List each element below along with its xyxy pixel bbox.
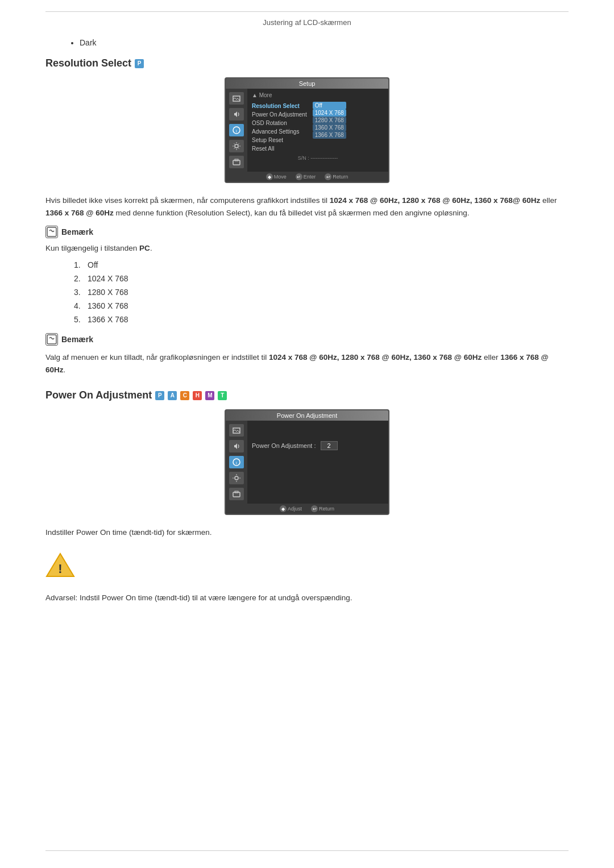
badge-p2: P [155,391,164,400]
svg-text:i: i [236,460,237,466]
osd-menu-setup-reset: Setup Reset [252,136,307,144]
osd-res-1280: 1280 X 768 [313,117,346,124]
osd-footer-enter: ↵ Enter [296,173,316,180]
osd-footer-return: ↩ Return [325,173,348,180]
osd-menu-resolution-select: Resolution Select [252,102,307,110]
list-item-5: 5.1366 X 768 [74,315,569,324]
osd-menu-list: Resolution Select Power On Adjustment OS… [252,102,307,153]
osd-move-icon: ◆ [266,173,273,180]
svg-text:!: ! [58,562,62,576]
poa-osd-sidebar: i [226,421,247,504]
page-header: Justering af LCD-skærmen [45,11,569,27]
power-on-adjustment-title: Power On Adjustment P A C H M T [45,389,569,401]
poa-icon-info: i [229,456,244,468]
note1-label: Bemærk [61,227,93,236]
resolution-select-osd: Setup i [45,77,569,183]
badge-p: P [135,59,144,68]
svg-rect-7 [47,335,56,344]
resolution-list: 1.Off 2.1024 X 768 3.1280 X 768 4.1360 X… [74,260,569,324]
list-item-2: 2.1024 X 768 [74,274,569,283]
osd-return-icon: ↩ [325,173,331,180]
poa-footer-return: ↩ Return [311,505,334,512]
poa-icon-audio [229,440,244,452]
osd-footer-move: ◆ Move [266,173,287,180]
poa-icon-input [229,488,244,500]
osd-icon-audio [229,108,244,121]
poa-row: Power On Adjustment : 2 [252,441,384,450]
warning-box: ! [45,546,569,586]
note2-box: Bemærk [45,333,569,346]
poa-icon-picture [229,424,244,437]
osd-menu-osd-rotation: OSD Rotation [252,119,307,127]
osd-resolution-list: Off 1024 X 768 1280 X 768 1360 X 768 136… [313,102,346,153]
warning-icon: ! [45,551,75,579]
osd-sidebar: i [226,89,247,172]
page-container: Justering af LCD-skærmen Dark Resolution… [0,0,614,868]
osd-menu-power-on: Power On Adjustment [252,110,307,119]
osd-enter-icon: ↵ [296,173,302,180]
note2-label: Bemærk [61,335,93,344]
osd-more: ▲ More [252,92,384,98]
osd-content: ▲ More Resolution Select Power On Adjust… [247,89,388,172]
note2-text: Valg af menuen er kun tilladt, når grafi… [45,351,569,376]
osd-icon-picture [229,92,244,105]
osd-res-1366: 1366 X 768 [313,131,346,139]
svg-rect-6 [47,227,56,236]
list-item-1: 1.Off [74,260,569,269]
list-item-3: 3.1280 X 768 [74,288,569,297]
osd-menu-reset-all: Reset All [252,144,307,153]
note1-box: Bemærk [45,226,569,238]
osd-box: Setup i [225,77,389,183]
osd-body: i ▲ More [226,89,388,172]
power-on-adjustment-section: Power On Adjustment P A C H M T Power On… [45,389,569,604]
bottom-border [45,850,569,851]
poa-content: Power On Adjustment : 2 [247,421,388,504]
poa-footer-adjust: ◆ Adjust [280,505,302,512]
osd-title: Setup [226,78,388,89]
poa-icon-settings [229,472,244,484]
svg-point-3 [235,144,238,148]
osd-res-1024: 1024 X 768 [313,109,346,117]
note1-icon [45,226,58,238]
osd-footer: ◆ Move ↵ Enter ↩ Return [226,172,388,182]
osd-res-1360: 1360 X 768 [313,124,346,131]
osd-icon-input [229,156,244,168]
list-item-4: 4.1360 X 768 [74,301,569,310]
poa-return-icon: ↩ [311,505,318,512]
osd-menu-advanced: Advanced Settings [252,127,307,136]
poa-footer: ◆ Adjust ↩ Return [226,504,388,514]
svg-text:i: i [236,128,237,134]
svg-point-11 [235,476,238,480]
osd-icon-settings [229,140,244,152]
resolution-description: Hvis billedet ikke vises korrekt på skær… [45,194,569,219]
osd-res-off: Off [313,102,346,109]
badge-a: A [168,391,177,400]
resolution-select-title: Resolution Select P [45,57,569,69]
poa-value: 2 [321,441,338,450]
poa-adjust-icon: ◆ [280,505,287,512]
warning-text: Advarsel: Indstil Power On time (tændt-t… [45,592,569,604]
poa-osd-container: Power On Adjustment i [45,409,569,515]
note2-icon [45,333,58,346]
note1-text: Kun tilgængelig i tilstanden PC. [45,244,569,252]
resolution-select-section: Resolution Select P Setup [45,57,569,376]
page-title: Justering af LCD-skærmen [263,18,351,27]
osd-sn: S/N : ---------------- [252,153,384,163]
poa-osd-body: i Power On Adjustment : [226,421,388,504]
poa-description: Indstiller Power On time (tændt-tid) for… [45,526,569,539]
badge-h: H [193,391,202,400]
poa-osd-box: Power On Adjustment i [225,409,389,515]
poa-label: Power On Adjustment : [252,442,316,449]
badge-t: T [218,391,227,400]
dark-bullet: Dark [80,38,569,47]
badge-m: M [205,391,214,400]
poa-osd-title: Power On Adjustment [226,410,388,421]
badge-c: C [180,391,189,400]
osd-icon-info: i [229,124,244,136]
